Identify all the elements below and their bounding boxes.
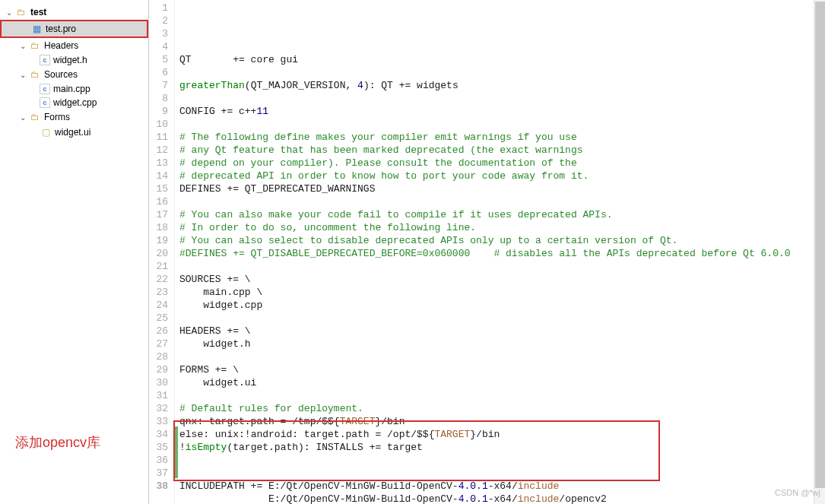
code-line[interactable] [179, 312, 825, 325]
code-line[interactable]: CONFIG += c++11 [179, 105, 825, 118]
code-line[interactable]: # any Qt feature that has been marked de… [179, 144, 825, 157]
header-file-icon: c [40, 55, 50, 65]
pro-file-icon: ▦ [30, 23, 43, 35]
tree-label: widget.cpp [53, 97, 97, 108]
line-number: 33 [149, 415, 168, 428]
tree-folder-headers[interactable]: ⌄ 🗀 Headers [0, 38, 148, 53]
tree-file-test-pro[interactable]: ▦ test.pro [0, 20, 148, 38]
tree-folder-sources[interactable]: ⌄ 🗀 Sources [0, 67, 148, 82]
line-number: 30 [149, 376, 168, 389]
line-number: 31 [149, 389, 168, 402]
code-line[interactable]: widget.ui [179, 376, 825, 389]
tree-label: Sources [44, 69, 78, 80]
code-line[interactable]: # Default rules for deployment. [179, 402, 825, 415]
line-number: 11 [149, 131, 168, 144]
line-number: 37 [149, 467, 168, 480]
code-area[interactable]: QT += core gui greaterThan(QT_MAJOR_VERS… [175, 0, 825, 504]
code-line[interactable]: main.cpp \ [179, 286, 825, 299]
code-line[interactable]: INCLUDEPATH += E:/Qt/OpenCV-MinGW-Build-… [179, 480, 825, 493]
code-line[interactable]: SOURCES += \ [179, 273, 825, 286]
code-line[interactable]: qnx: target.path = /tmp/$${TARGET}/bin [179, 415, 825, 428]
tree-label: test.pro [46, 24, 76, 34]
line-number-gutter: 1234567891011121314151617181920212223242… [149, 0, 175, 504]
code-line[interactable]: # You can also select to disable depreca… [179, 234, 825, 247]
line-number: 5 [149, 53, 168, 66]
line-number: 35 [149, 441, 168, 454]
folder-icon: 🗀 [15, 6, 27, 18]
line-number: 4 [149, 40, 168, 53]
code-line[interactable] [179, 467, 825, 480]
folder-icon: 🗀 [29, 40, 41, 52]
code-line[interactable]: FORMS += \ [179, 363, 825, 376]
line-number: 38 [149, 480, 168, 493]
line-number: 2 [149, 14, 168, 27]
tree-label: Forms [44, 112, 70, 122]
scrollbar-thumb[interactable] [815, 2, 825, 488]
line-number: 7 [149, 79, 168, 92]
code-line[interactable] [179, 350, 825, 363]
chevron-down-icon: ⌄ [6, 8, 15, 17]
line-number: 18 [149, 221, 168, 234]
line-number: 21 [149, 260, 168, 273]
tree-label: widget.ui [55, 127, 90, 138]
line-number: 15 [149, 182, 168, 195]
watermark: CSDN @*wj [775, 487, 820, 499]
code-line[interactable]: !isEmpty(target.path): INSTALLS += targe… [179, 441, 825, 454]
code-line[interactable] [179, 66, 825, 79]
code-line[interactable] [179, 195, 825, 208]
line-number: 25 [149, 312, 168, 325]
line-number: 28 [149, 350, 168, 363]
tree-folder-forms[interactable]: ⌄ 🗀 Forms [0, 109, 148, 125]
ui-file-icon: ▢ [40, 126, 52, 138]
code-line[interactable]: greaterThan(QT_MAJOR_VERSION, 4): QT += … [179, 79, 825, 92]
tree-root-test[interactable]: ⌄ 🗀 test [0, 5, 148, 20]
line-number: 24 [149, 299, 168, 312]
scrollbar-vertical[interactable] [814, 0, 825, 504]
code-line[interactable]: else: unix:!android: target.path = /opt/… [179, 428, 825, 441]
tree-label: widget.h [53, 55, 87, 65]
code-line[interactable] [179, 92, 825, 105]
line-number: 13 [149, 157, 168, 170]
line-number: 17 [149, 208, 168, 221]
tree-file-widget-cpp[interactable]: c widget.cpp [0, 96, 148, 109]
code-line[interactable]: DEFINES += QT_DEPRECATED_WARNINGS [179, 182, 825, 195]
code-line[interactable]: # deprecated API in order to know how to… [179, 170, 825, 182]
cpp-file-icon: c [40, 84, 50, 94]
code-line[interactable]: # In order to do so, uncomment the follo… [179, 221, 825, 234]
code-line[interactable] [179, 260, 825, 273]
line-number: 9 [149, 105, 168, 118]
cpp-file-icon: c [40, 97, 50, 108]
line-number: 14 [149, 170, 168, 182]
tree-file-widget-h[interactable]: c widget.h [0, 53, 148, 67]
line-number: 26 [149, 325, 168, 338]
code-line[interactable]: HEADERS += \ [179, 325, 825, 338]
change-marker-bar [175, 426, 178, 478]
line-number: 16 [149, 195, 168, 208]
code-line[interactable]: QT += core gui [179, 53, 825, 66]
code-line[interactable]: widget.cpp [179, 299, 825, 312]
code-line[interactable] [179, 454, 825, 467]
chevron-down-icon: ⌄ [20, 42, 29, 50]
code-editor[interactable]: 1234567891011121314151617181920212223242… [149, 0, 825, 504]
code-line[interactable]: # The following define makes your compil… [179, 131, 825, 144]
line-number: 8 [149, 92, 168, 105]
code-line[interactable]: widget.h [179, 338, 825, 350]
code-line[interactable]: # You can also make your code fail to co… [179, 208, 825, 221]
line-number: 32 [149, 402, 168, 415]
line-number: 36 [149, 454, 168, 467]
line-number: 3 [149, 27, 168, 40]
tree-label: Headers [44, 40, 78, 51]
code-line[interactable]: E:/Qt/OpenCV-MinGW-Build-OpenCV-4.0.1-x6… [179, 493, 825, 504]
annotation-label: 添加opencv库 [15, 433, 100, 452]
code-line[interactable] [179, 118, 825, 131]
line-number: 34 [149, 428, 168, 441]
line-number: 6 [149, 66, 168, 79]
tree-label: main.cpp [53, 84, 90, 94]
chevron-down-icon: ⌄ [20, 71, 29, 79]
tree-file-widget-ui[interactable]: ▢ widget.ui [0, 125, 148, 140]
code-line[interactable]: # depend on your compiler). Please consu… [179, 157, 825, 170]
code-line[interactable] [179, 389, 825, 402]
code-line[interactable]: #DEFINES += QT_DISABLE_DEPRECATED_BEFORE… [179, 247, 825, 260]
tree-file-main-cpp[interactable]: c main.cpp [0, 82, 148, 96]
line-number: 27 [149, 338, 168, 350]
